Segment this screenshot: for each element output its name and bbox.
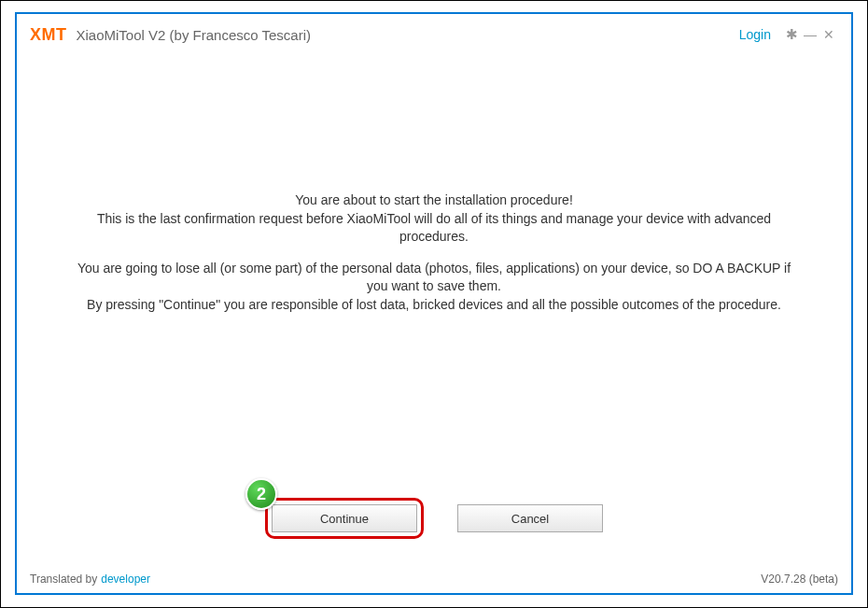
warning-text-1: You are about to start the installation …: [73, 191, 795, 247]
translated-label: Translated by: [30, 573, 97, 586]
annotation-highlight: 2 Continue: [265, 498, 424, 539]
settings-icon[interactable]: ✱: [782, 26, 801, 43]
cancel-button[interactable]: Cancel: [457, 504, 603, 532]
developer-link[interactable]: developer: [101, 573, 150, 586]
annotation-badge: 2: [245, 478, 277, 510]
app-title: XiaoMiTool V2 (by Francesco Tescari): [77, 27, 311, 43]
minimize-icon[interactable]: —: [801, 27, 819, 42]
titlebar: XMT XiaoMiTool V2 (by Francesco Tescari)…: [17, 14, 851, 51]
version-label: V20.7.28 (beta): [761, 573, 838, 586]
continue-button[interactable]: Continue: [272, 504, 417, 532]
login-link[interactable]: Login: [739, 27, 771, 42]
app-logo: XMT: [30, 25, 67, 45]
footer: Translated by developer V20.7.28 (beta): [17, 567, 851, 593]
warning-text-2: You are going to lose all (or some part)…: [73, 260, 795, 315]
main-content: You are about to start the installation …: [17, 51, 851, 498]
button-row: 2 Continue Cancel: [17, 498, 851, 567]
app-window: XMT XiaoMiTool V2 (by Francesco Tescari)…: [15, 12, 853, 595]
close-icon[interactable]: ✕: [819, 27, 838, 42]
